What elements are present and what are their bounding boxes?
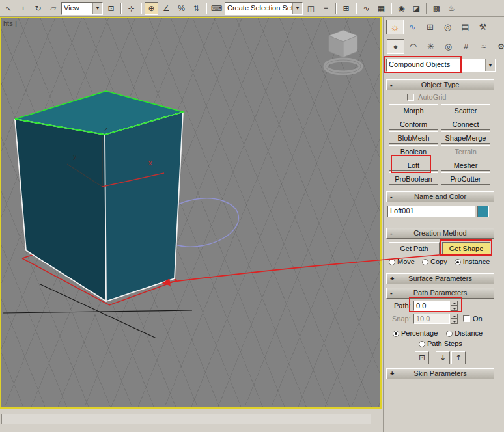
procutter-button[interactable]: ProCutter — [441, 172, 490, 185]
loft-button[interactable]: Loft — [389, 159, 438, 171]
rollout-creation-method[interactable]: - Creation Method — [386, 228, 494, 239]
tab-display[interactable]: ▤ — [456, 20, 474, 34]
previous-shape-icon[interactable]: ↧ — [436, 351, 450, 364]
category-lights[interactable]: ☀ — [422, 39, 440, 54]
copy-radio[interactable] — [422, 259, 428, 265]
display-tab-icon: ▤ — [461, 22, 469, 32]
toolbar-separator — [141, 3, 142, 14]
chevron-down-icon[interactable]: ▼ — [485, 59, 495, 71]
proboolean-button[interactable]: ProBoolean — [389, 172, 438, 185]
spinner-snap-icon[interactable]: ⇅ — [189, 2, 203, 15]
reference-coordinate-dropdown[interactable]: View ▼ — [61, 2, 103, 15]
tab-create[interactable]: ☼ — [386, 20, 404, 34]
next-shape-icon[interactable]: ↥ — [451, 351, 466, 364]
track-bar-area — [0, 409, 383, 432]
path-spinner-field[interactable]: 0.0 — [413, 301, 450, 311]
curve-editor-icon[interactable]: ∿ — [359, 2, 373, 15]
conform-button[interactable]: Conform — [389, 118, 438, 130]
shapemerge-button[interactable]: ShapeMerge — [441, 131, 490, 144]
path-spinner-arrows[interactable] — [451, 301, 458, 311]
get-shape-button[interactable]: Get Shape — [442, 242, 490, 254]
snap-on-checkbox[interactable] — [463, 315, 470, 322]
path-label: Path: — [394, 302, 411, 310]
move-radio[interactable] — [389, 259, 395, 265]
tab-motion[interactable]: ◎ — [439, 20, 456, 34]
morph-button[interactable]: Morph — [389, 104, 438, 116]
loft-box-left-face[interactable] — [15, 119, 106, 301]
reference-coordinate-value: View — [62, 3, 92, 14]
snap-toggle-icon[interactable]: ⊕ — [145, 2, 158, 15]
category-systems[interactable]: ⚙ — [492, 39, 504, 54]
quick-render-icon[interactable]: ♨ — [445, 2, 458, 15]
object-color-swatch[interactable] — [477, 206, 489, 217]
distance-label: Distance — [453, 329, 483, 337]
rollout-surface-parameters[interactable]: + Surface Parameters — [386, 273, 494, 284]
rollout-object-type[interactable]: - Object Type — [386, 79, 494, 90]
select-and-rotate-icon[interactable]: ↻ — [31, 2, 45, 15]
blobmesh-button[interactable]: BlobMesh — [389, 131, 438, 144]
snap-spinner-arrows[interactable] — [451, 314, 458, 324]
path-steps-radio-row: Path Steps — [419, 340, 462, 347]
angle-snap-icon[interactable]: ∠ — [160, 2, 173, 15]
snap-spinner-field: 10.0 — [413, 314, 450, 324]
loft-box-right-face[interactable] — [105, 112, 183, 301]
named-selection-set-dropdown[interactable]: Create Selection Set ▼ — [225, 2, 303, 15]
helpers-icon: # — [464, 42, 468, 51]
tab-utilities[interactable]: ⚒ — [474, 20, 492, 34]
percentage-label: Percentage — [399, 329, 438, 337]
rollout-skin-parameters[interactable]: + Skin Parameters — [386, 368, 494, 379]
scatter-button[interactable]: Scatter — [441, 104, 490, 116]
category-space-warps[interactable]: ≈ — [475, 39, 492, 54]
axis-x-label: x — [148, 159, 152, 167]
systems-icon: ⚙ — [497, 42, 504, 51]
material-editor-icon[interactable]: ◉ — [395, 2, 408, 15]
chevron-down-icon[interactable]: ▼ — [92, 3, 102, 14]
move-label: Move — [395, 258, 415, 265]
boolean-button[interactable]: Boolean — [389, 145, 438, 157]
mesher-button[interactable]: Mesher — [441, 159, 490, 171]
copy-label: Copy — [428, 258, 447, 265]
category-cameras[interactable]: ◎ — [440, 39, 457, 54]
schematic-view-icon[interactable]: ▦ — [374, 2, 388, 15]
instance-radio[interactable] — [455, 259, 461, 265]
cameras-icon: ◎ — [445, 42, 452, 51]
use-pivot-center-icon[interactable]: ⊡ — [104, 2, 118, 15]
category-shapes[interactable]: ◠ — [404, 39, 422, 54]
keyboard-override-icon[interactable]: ⌨ — [210, 2, 223, 15]
tab-modify[interactable]: ∿ — [404, 20, 421, 34]
pick-shape-icon[interactable]: ⊡ — [415, 351, 429, 364]
align-icon[interactable]: ≡ — [319, 2, 333, 15]
geometry-icon: ● — [393, 42, 399, 51]
connect-button[interactable]: Connect — [441, 118, 490, 130]
horizontal-scrollbar[interactable] — [1, 414, 371, 424]
modify-tab-icon: ∿ — [409, 22, 416, 32]
subcategory-dropdown[interactable]: Compound Objects ▼ — [386, 59, 496, 72]
select-and-scale-icon[interactable]: ▱ — [46, 2, 60, 15]
viewport-scene: z y x — [1, 18, 380, 407]
distance-radio[interactable] — [446, 331, 453, 337]
render-frame-icon[interactable]: ▩ — [430, 2, 443, 15]
axis-y-label: y — [73, 152, 77, 160]
object-name-input[interactable]: Loft001 — [387, 206, 475, 217]
layer-manager-icon[interactable]: ⊞ — [339, 2, 353, 15]
chevron-down-icon[interactable]: ▼ — [292, 3, 302, 14]
rollout-path-parameters[interactable]: - Path Parameters — [386, 288, 494, 299]
category-geometry[interactable]: ● — [387, 39, 404, 54]
percentage-radio[interactable] — [393, 331, 399, 337]
rollout-name-and-color[interactable]: - Name and Color — [386, 191, 494, 202]
mirror-icon[interactable]: ◫ — [304, 2, 318, 15]
tab-hierarchy[interactable]: ⊞ — [421, 20, 439, 34]
get-path-button[interactable]: Get Path — [389, 242, 440, 254]
viewcube-gizmo[interactable] — [326, 30, 361, 73]
path-steps-radio[interactable] — [419, 341, 425, 347]
rollout-title: Creation Method — [413, 229, 466, 237]
select-and-move-icon[interactable]: + — [16, 2, 30, 15]
select-object-icon[interactable]: ↖ — [1, 2, 15, 15]
category-helpers[interactable]: # — [457, 39, 475, 54]
percent-snap-icon[interactable]: % — [175, 2, 188, 15]
perspective-viewport[interactable]: z y x hts ] — [0, 17, 382, 409]
render-setup-icon[interactable]: ◪ — [410, 2, 423, 15]
expand-icon: + — [390, 274, 394, 284]
autogrid-checkbox[interactable] — [407, 94, 414, 101]
select-and-manipulate-icon[interactable]: ⊹ — [124, 2, 138, 15]
